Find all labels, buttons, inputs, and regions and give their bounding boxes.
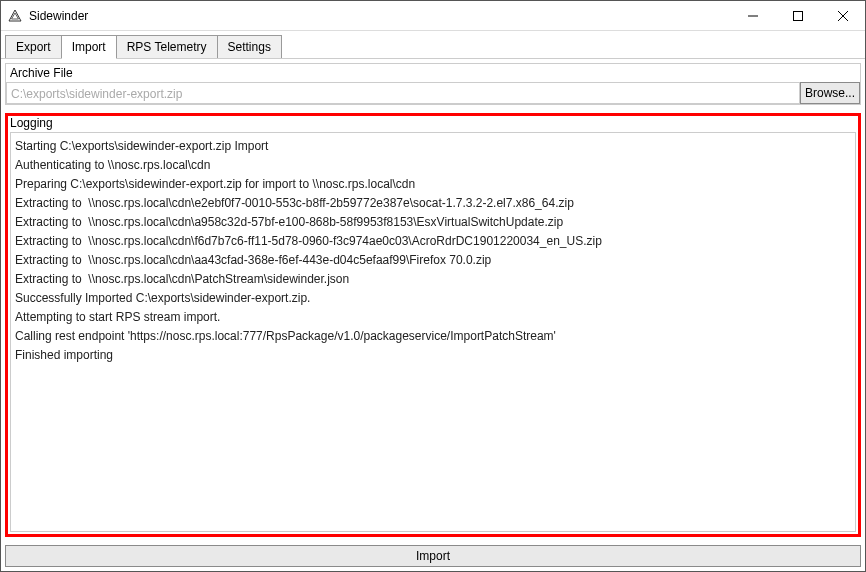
tab-bar: Export Import RPS Telemetry Settings (1, 31, 865, 59)
app-icon (7, 8, 23, 24)
window-controls (730, 1, 865, 30)
log-line: Preparing C:\exports\sidewinder-export.z… (15, 175, 851, 194)
tab-export[interactable]: Export (5, 35, 62, 58)
logging-label: Logging (8, 114, 858, 130)
tab-settings[interactable]: Settings (217, 35, 282, 58)
maximize-button[interactable] (775, 1, 820, 30)
archive-file-group: Archive File C:\exports\sidewinder-expor… (5, 63, 861, 105)
log-line: Authenticating to \\nosc.rps.local\cdn (15, 156, 851, 175)
log-line: Extracting to \\nosc.rps.local\cdn\a958c… (15, 213, 851, 232)
browse-button[interactable]: Browse... (800, 82, 860, 104)
log-output[interactable]: Starting C:\exports\sidewinder-export.zi… (10, 132, 856, 532)
import-button[interactable]: Import (5, 545, 861, 567)
log-line: Starting C:\exports\sidewinder-export.zi… (15, 137, 851, 156)
tab-rps-telemetry[interactable]: RPS Telemetry (116, 35, 218, 58)
minimize-button[interactable] (730, 1, 775, 30)
archive-file-label: Archive File (6, 64, 860, 82)
window-title: Sidewinder (29, 9, 730, 23)
tab-import[interactable]: Import (61, 35, 117, 59)
log-line: Extracting to \\nosc.rps.local\cdn\Patch… (15, 270, 851, 289)
log-line: Extracting to \\nosc.rps.local\cdn\e2ebf… (15, 194, 851, 213)
titlebar: Sidewinder (1, 1, 865, 31)
log-line: Attempting to start RPS stream import. (15, 308, 851, 327)
log-line: Extracting to \\nosc.rps.local\cdn\aa43c… (15, 251, 851, 270)
log-line: Extracting to \\nosc.rps.local\cdn\f6d7b… (15, 232, 851, 251)
svg-rect-3 (793, 11, 802, 20)
log-line: Finished importing (15, 346, 851, 365)
close-button[interactable] (820, 1, 865, 30)
tab-content: Archive File C:\exports\sidewinder-expor… (1, 59, 865, 571)
log-line: Calling rest endpoint 'https://nosc.rps.… (15, 327, 851, 346)
window-frame: Sidewinder Export Import RPS Telemetry S… (0, 0, 866, 572)
logging-group: Logging Starting C:\exports\sidewinder-e… (5, 113, 861, 537)
archive-file-input[interactable]: C:\exports\sidewinder-export.zip (6, 82, 800, 104)
log-line: Successfully Imported C:\exports\sidewin… (15, 289, 851, 308)
